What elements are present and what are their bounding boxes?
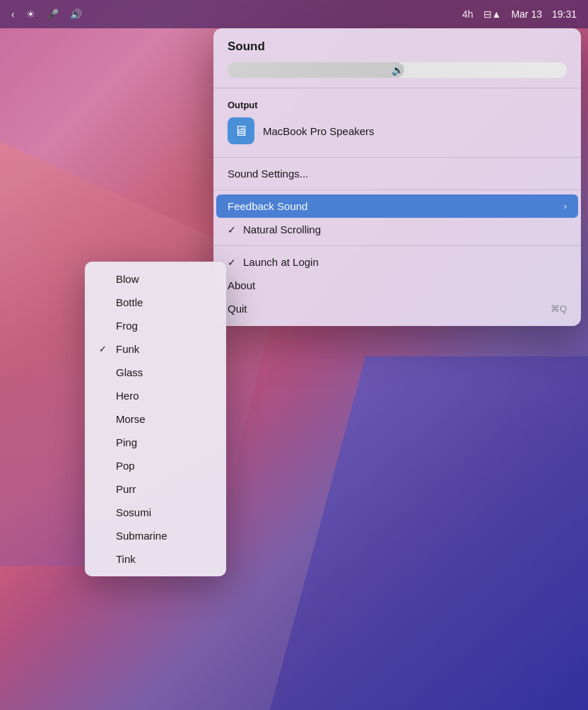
launch-at-login-item[interactable]: ✓ Launch at Login <box>213 250 581 274</box>
launch-at-login-label: Launch at Login <box>243 256 319 268</box>
submenu-item-funk[interactable]: ✓Funk <box>85 337 226 361</box>
submenu-item-morse[interactable]: Morse <box>85 407 226 431</box>
natural-scrolling-label: Natural Scrolling <box>243 223 321 235</box>
submenu-item-label: Sosumi <box>116 506 151 518</box>
battery-time: 4h <box>462 8 474 20</box>
submenu-item-purr[interactable]: Purr <box>85 477 226 501</box>
natural-scrolling-label-group: ✓ Natural Scrolling <box>228 223 321 235</box>
quit-item[interactable]: Quit ⌘Q <box>213 297 581 320</box>
feedback-sound-item[interactable]: Feedback Sound › <box>216 194 578 218</box>
volume-slider-icon: 🔊 <box>392 64 404 76</box>
divider-1 <box>213 88 581 88</box>
natural-scrolling-check: ✓ <box>228 224 236 235</box>
quit-label: Quit <box>228 303 247 315</box>
submenu-item-label: Morse <box>116 413 146 425</box>
chevron-right-icon: › <box>564 201 567 211</box>
submenu-item-sosumi[interactable]: Sosumi <box>85 501 226 524</box>
check-icon: ✓ <box>99 344 110 354</box>
submenu-item-glass[interactable]: Glass <box>85 361 226 384</box>
brightness-icon[interactable]: ☀ <box>26 8 35 20</box>
device-name: MacBook Pro Speakers <box>263 125 375 137</box>
submenu-item-label: Tink <box>116 553 136 565</box>
about-item[interactable]: About <box>213 274 581 297</box>
submenu-item-label: Ping <box>116 436 137 448</box>
launch-at-login-check: ✓ <box>228 257 236 268</box>
submenu-item-label: Hero <box>116 390 139 402</box>
volume-menubar-icon[interactable]: 🔊 <box>70 8 82 20</box>
submenu-item-label: Bottle <box>116 296 143 308</box>
divider-3 <box>213 190 581 190</box>
launch-at-login-label-group: ✓ Launch at Login <box>228 256 319 268</box>
submenu-item-pop[interactable]: Pop <box>85 454 226 477</box>
volume-slider-container[interactable]: 🔊 <box>213 62 581 88</box>
menubar-time: 19:31 <box>552 8 577 20</box>
output-label: Output <box>228 100 567 110</box>
feedback-sound-submenu: BlowBottleFrog✓FunkGlassHeroMorsePingPop… <box>85 262 226 576</box>
natural-scrolling-item[interactable]: ✓ Natural Scrolling <box>213 218 581 241</box>
sound-panel-title: Sound <box>213 40 581 62</box>
submenu-item-bottle[interactable]: Bottle <box>85 291 226 314</box>
quit-shortcut: ⌘Q <box>551 303 567 314</box>
sound-settings-item[interactable]: Sound Settings... <box>213 162 581 185</box>
submenu-item-submarine[interactable]: Submarine <box>85 524 226 547</box>
divider-4 <box>213 245 581 246</box>
submenu-item-ping[interactable]: Ping <box>85 431 226 454</box>
feedback-sound-label: Feedback Sound <box>228 200 307 212</box>
sound-settings-label: Sound Settings... <box>228 168 308 180</box>
chevron-icon[interactable]: ‹ <box>11 8 15 20</box>
submenu-item-label: Glass <box>116 366 143 378</box>
submenu-item-hero[interactable]: Hero <box>85 384 226 407</box>
submenu-item-label: Blow <box>116 273 139 285</box>
submenu-item-label: Submarine <box>116 530 167 542</box>
submenu-item-label: Frog <box>116 320 138 332</box>
wifi-icon[interactable]: ⊟▲ <box>483 8 502 20</box>
device-icon: 🖥 <box>228 117 254 144</box>
submenu-item-label: Pop <box>116 460 135 472</box>
output-section: Output 🖥 MacBook Pro Speakers <box>213 94 581 153</box>
divider-2 <box>213 157 581 158</box>
about-label: About <box>228 279 255 291</box>
submenu-item-tink[interactable]: Tink <box>85 547 226 571</box>
submenu-item-label: Purr <box>116 483 136 495</box>
volume-slider[interactable]: 🔊 <box>228 62 567 78</box>
menubar: ‹ ☀ 🎤 🔊 4h ⊟▲ Mar 13 19:31 <box>0 0 588 28</box>
output-device[interactable]: 🖥 MacBook Pro Speakers <box>228 117 567 144</box>
menubar-date: Mar 13 <box>511 8 542 20</box>
sound-panel: Sound 🔊 Output 🖥 MacBook Pro Speakers So… <box>213 28 581 326</box>
volume-fill <box>228 62 404 78</box>
submenu-item-frog[interactable]: Frog <box>85 314 226 337</box>
submenu-item-blow[interactable]: Blow <box>85 267 226 291</box>
submenu-item-label: Funk <box>116 343 139 355</box>
mic-icon[interactable]: 🎤 <box>47 8 59 20</box>
